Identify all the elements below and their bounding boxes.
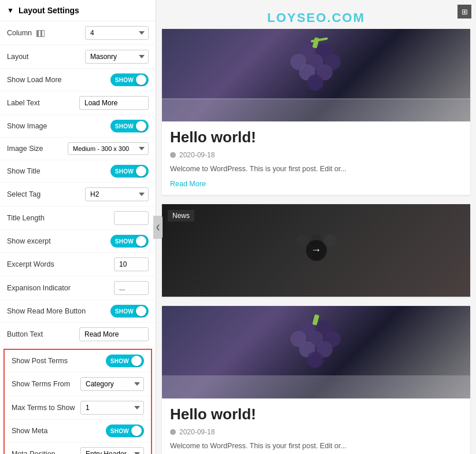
- watermark: LOYSEO.COM: [267, 10, 365, 25]
- highlighted-settings-block: Show Post Terms SHOW Show Terms From Cat…: [3, 349, 152, 454]
- show-title-row: Show Title SHOW: [0, 160, 156, 183]
- label-text-input[interactable]: [79, 96, 149, 110]
- label-text-label: Label Text: [7, 99, 40, 107]
- show-load-more-label: Show Load More: [7, 76, 62, 84]
- card-1-body: Hello world! 2020-09-18 Welcome to WordP…: [162, 121, 470, 195]
- show-load-more-toggle[interactable]: SHOW: [110, 73, 149, 86]
- panel-title: Layout Settings: [19, 6, 79, 15]
- show-read-more-row: Show Read More Button SHOW: [0, 300, 156, 323]
- image-size-label: Image Size: [7, 145, 43, 153]
- show-image-toggle[interactable]: SHOW: [110, 120, 149, 132]
- card-1-excerpt: Welcome to WordPress. This is your first…: [170, 164, 462, 175]
- card-1-date: 2020-09-18: [179, 151, 215, 159]
- toggle-knob-2: [136, 121, 146, 131]
- button-text-label: Button Text: [7, 330, 43, 338]
- toggle-text-2: SHOW: [115, 123, 134, 130]
- column-label: Column: [7, 29, 45, 37]
- card-3-meta: 2020-09-18: [170, 428, 462, 436]
- select-tag-row: Select Tag H2H1H3H4: [0, 183, 156, 206]
- collapse-arrow-icon[interactable]: ▼: [7, 6, 14, 14]
- card-1: Hello world! 2020-09-18 Welcome to WordP…: [162, 29, 470, 195]
- meta-dot-3: [170, 429, 176, 435]
- show-title-toggle[interactable]: SHOW: [110, 165, 149, 178]
- show-post-terms-label: Show Post Terms: [12, 357, 68, 365]
- excerpt-words-input[interactable]: [114, 257, 149, 271]
- meta-position-select[interactable]: Entry HeaderEntry Footer: [80, 447, 144, 454]
- panel-collapse-handle[interactable]: ❮: [153, 216, 163, 239]
- show-post-terms-toggle[interactable]: SHOW: [106, 355, 144, 367]
- toggle-knob: [136, 75, 146, 85]
- card-1-meta: 2020-09-18: [170, 151, 462, 159]
- show-image-label: Show Image: [7, 122, 47, 130]
- excerpt-words-label: Excerpt Words: [7, 260, 54, 268]
- news-badge: News: [168, 210, 194, 222]
- meta-position-label: Meta Position: [12, 450, 56, 454]
- button-text-row: Button Text: [0, 323, 156, 346]
- show-excerpt-row: Show excerpt SHOW: [0, 230, 156, 253]
- show-terms-from-row: Show Terms From CategoryTag: [5, 372, 151, 396]
- settings-panel: ▼ Layout Settings Column 41235 Layout Ma…: [0, 0, 156, 454]
- title-length-label: Title Length: [7, 214, 45, 222]
- card-3-body: Hello world! 2020-09-18 Welcome to WordP…: [162, 398, 470, 454]
- show-load-more-row: Show Load More SHOW: [0, 69, 156, 91]
- label-text-row: Label Text: [0, 91, 156, 115]
- card-1-title: Hello world!: [170, 128, 462, 146]
- show-meta-toggle[interactable]: SHOW: [106, 425, 144, 437]
- meta-dot: [170, 152, 176, 158]
- excerpt-words-row: Excerpt Words: [0, 253, 156, 276]
- show-read-more-toggle[interactable]: SHOW: [110, 305, 149, 318]
- layout-select[interactable]: MasonryGridList: [85, 50, 149, 64]
- show-read-more-label: Show Read More Button: [7, 307, 86, 315]
- arrow-icon: →: [306, 240, 327, 261]
- card-2: News →: [162, 204, 470, 297]
- preview-panel: LOYSEO.COM ⊞: [156, 0, 476, 454]
- expansion-indicator-label: Expanison Indicator: [7, 284, 71, 292]
- max-terms-select[interactable]: 1234: [80, 401, 144, 415]
- show-meta-label: Show Meta: [12, 427, 48, 435]
- show-excerpt-toggle[interactable]: SHOW: [110, 235, 149, 248]
- layout-row: Layout MasonryGridList: [0, 45, 156, 69]
- layout-label: Layout: [7, 53, 29, 61]
- show-image-row: Show Image SHOW: [0, 115, 156, 138]
- show-meta-row: Show Meta SHOW: [5, 420, 151, 442]
- card-1-image: [162, 29, 470, 121]
- image-size-select[interactable]: Medium - 300 x 300ThumbnailLargeFull: [68, 142, 149, 155]
- column-icon: [36, 30, 45, 37]
- select-tag-select[interactable]: H2H1H3H4: [85, 187, 149, 201]
- select-tag-label: Select Tag: [7, 190, 40, 198]
- column-indicator: ⊞: [457, 5, 471, 19]
- card-grid: Hello world! 2020-09-18 Welcome to WordP…: [162, 29, 470, 454]
- show-excerpt-label: Show excerpt: [7, 237, 51, 245]
- column-select[interactable]: 41235: [85, 26, 149, 40]
- max-terms-row: Max Terms to Show 1234: [5, 396, 151, 420]
- button-text-input[interactable]: [79, 327, 149, 341]
- panel-header: ▼ Layout Settings: [0, 0, 156, 21]
- card-2-image-container: News →: [162, 204, 470, 297]
- title-length-input[interactable]: [114, 211, 149, 225]
- card-3-title: Hello world!: [170, 405, 462, 423]
- show-terms-from-label: Show Terms From: [12, 380, 70, 388]
- show-post-terms-row: Show Post Terms SHOW: [5, 350, 151, 372]
- show-title-label: Show Title: [7, 167, 40, 175]
- title-length-row: Title Length: [0, 206, 156, 230]
- expansion-indicator-input[interactable]: [114, 281, 149, 295]
- card-3-date: 2020-09-18: [179, 428, 215, 436]
- expansion-indicator-row: Expanison Indicator: [0, 276, 156, 300]
- meta-position-row: Meta Position Entry HeaderEntry Footer: [5, 442, 151, 454]
- image-size-row: Image Size Medium - 300 x 300ThumbnailLa…: [0, 138, 156, 160]
- card-3-excerpt: Welcome to WordPress. This is your first…: [170, 441, 462, 452]
- toggle-text: SHOW: [115, 77, 134, 83]
- card-1-read-more[interactable]: Read More: [170, 180, 206, 188]
- card-3: Hello world! 2020-09-18 Welcome to WordP…: [162, 306, 470, 454]
- card-3-image: [162, 306, 470, 398]
- max-terms-label: Max Terms to Show: [12, 404, 75, 412]
- column-row: Column 41235: [0, 21, 156, 45]
- show-terms-from-select[interactable]: CategoryTag: [80, 377, 144, 391]
